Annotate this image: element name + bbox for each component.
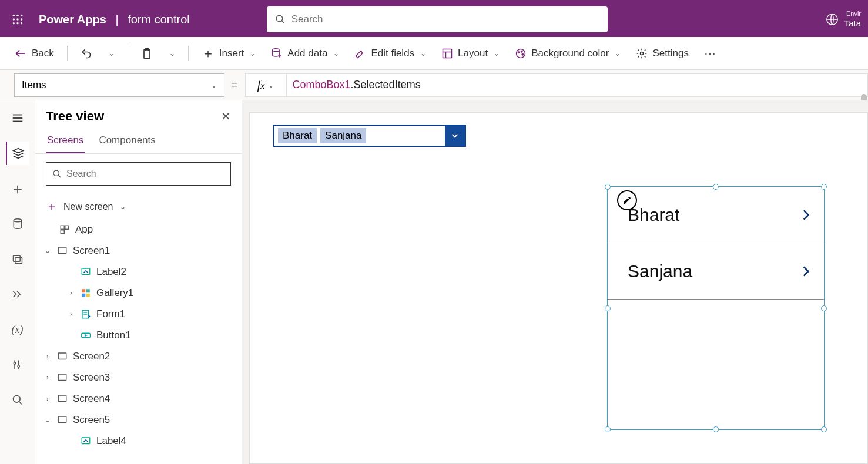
tree-item[interactable]: ›Screen4 (35, 388, 242, 409)
tree-title: Tree view (46, 109, 104, 124)
resize-handle[interactable] (821, 305, 827, 311)
combobox[interactable]: BharatSanjana (273, 125, 466, 147)
expand-icon[interactable]: › (43, 352, 52, 361)
hamburger-icon[interactable] (6, 106, 29, 130)
svg-point-0 (13, 15, 15, 16)
svg-rect-42 (65, 226, 69, 229)
data-rail-icon[interactable] (6, 212, 29, 236)
media-rail-icon[interactable] (6, 247, 29, 271)
expand-icon[interactable]: › (67, 289, 75, 297)
tab-components[interactable]: Components (98, 130, 156, 153)
svg-point-4 (16, 18, 18, 20)
canvas[interactable]: BharatSanjana BharatSanjana (249, 112, 868, 464)
app-header: Power Apps | form control Envir Tata (0, 2, 868, 37)
expand-icon[interactable]: › (43, 395, 52, 403)
tree-item-label: Screen4 (73, 393, 110, 405)
tree-item-label: Screen1 (73, 245, 110, 257)
new-screen-button[interactable]: ＋ New screen ⌄ (35, 194, 242, 219)
resize-handle[interactable] (713, 426, 719, 432)
expand-icon[interactable]: › (67, 310, 75, 318)
left-rail: ＋ (x) (0, 100, 35, 464)
combobox-dropdown-button[interactable] (445, 126, 465, 146)
resize-handle[interactable] (821, 184, 827, 190)
property-selector[interactable]: Items ⌄ (14, 73, 224, 97)
tree-list: App⌄Screen1Label2›Gallery1›Form1Button1›… (35, 219, 242, 464)
paste-button[interactable] (135, 44, 159, 63)
svg-point-15 (273, 48, 280, 51)
add-data-button[interactable]: Add data ⌄ (265, 44, 345, 63)
back-button[interactable]: Back (8, 43, 60, 63)
combo-chip[interactable]: Sanjana (320, 128, 366, 143)
search-icon (52, 169, 62, 179)
tree-item[interactable]: Label2 (35, 261, 242, 283)
insert-rail-icon[interactable]: ＋ (6, 177, 29, 200)
expand-icon[interactable]: › (43, 374, 52, 382)
flow-rail-icon[interactable] (6, 283, 29, 306)
search-rail-icon[interactable] (6, 388, 29, 412)
undo-button[interactable] (75, 44, 98, 63)
tools-rail-icon[interactable] (6, 353, 29, 376)
expand-icon[interactable]: ⌄ (43, 247, 52, 255)
expand-icon[interactable]: ⌄ (43, 416, 52, 424)
tab-screens[interactable]: Screens (46, 130, 85, 153)
gallery-item[interactable]: Bharat (608, 187, 824, 243)
svg-rect-32 (15, 258, 22, 264)
variables-rail-icon[interactable]: (x) (6, 318, 29, 341)
tree-item-label: Gallery1 (96, 287, 133, 299)
svg-point-8 (21, 22, 22, 24)
insert-button[interactable]: ＋ Insert ⌄ (196, 41, 262, 66)
settings-button[interactable]: Settings (630, 44, 694, 63)
environment-picker[interactable]: Envir Tata (844, 10, 861, 28)
svg-line-38 (19, 402, 22, 405)
tree-item[interactable]: Button1 (35, 325, 242, 346)
search-input[interactable] (291, 14, 599, 25)
more-button[interactable]: ⋯ (698, 43, 722, 64)
tree-view-icon[interactable] (6, 142, 29, 165)
formula-bar[interactable]: ComboBox1.SelectedItems (286, 73, 868, 97)
tree-item[interactable]: ›Screen3 (35, 367, 242, 388)
svg-rect-44 (58, 247, 66, 254)
layout-button[interactable]: Layout ⌄ (435, 44, 505, 63)
svg-point-23 (518, 52, 520, 53)
waffle-icon[interactable] (7, 9, 28, 30)
label-icon (80, 266, 92, 278)
svg-point-36 (18, 365, 19, 367)
resize-handle[interactable] (605, 426, 611, 432)
tree-item[interactable]: ›Screen2 (35, 346, 242, 367)
env-value: Tata (844, 18, 861, 29)
svg-point-9 (276, 15, 283, 22)
fx-button[interactable]: fx ⌄ (245, 73, 286, 97)
chevron-down-icon (450, 130, 460, 141)
resize-handle[interactable] (605, 305, 611, 311)
tree-item[interactable]: ›Form1 (35, 304, 242, 325)
tree-item[interactable]: ⌄Screen1 (35, 240, 242, 261)
tree-item[interactable]: ›Gallery1 (35, 283, 242, 304)
tree-search-input[interactable] (66, 169, 224, 179)
bg-color-button[interactable]: Background color ⌄ (509, 44, 626, 63)
tree-item[interactable]: ⌄Screen5 (35, 409, 242, 431)
svg-rect-49 (86, 294, 90, 297)
edit-fields-button[interactable]: Edit fields ⌄ (348, 44, 432, 63)
combo-chip[interactable]: Bharat (278, 128, 317, 143)
tree-item-label: Screen3 (73, 372, 110, 384)
undo-menu[interactable]: ⌄ (102, 46, 120, 61)
paste-menu[interactable]: ⌄ (162, 46, 181, 61)
svg-rect-45 (82, 268, 90, 275)
svg-rect-48 (82, 294, 85, 297)
tree-item-label: Label2 (96, 266, 126, 278)
gallery-item[interactable]: Sanjana (608, 243, 824, 300)
gallery-control[interactable]: BharatSanjana (607, 186, 825, 430)
brand-title: Power Apps | form control (39, 13, 190, 26)
resize-handle[interactable] (821, 426, 827, 432)
tree-search[interactable] (46, 162, 231, 186)
resize-handle[interactable] (713, 184, 719, 190)
svg-rect-47 (86, 289, 90, 292)
tree-item[interactable]: App (35, 219, 242, 240)
global-search[interactable] (267, 6, 608, 32)
close-icon[interactable]: ✕ (221, 109, 231, 123)
tree-item[interactable]: Label4 (35, 431, 242, 452)
edit-badge[interactable] (617, 190, 637, 210)
plus-icon: ＋ (46, 199, 58, 214)
svg-rect-19 (443, 49, 452, 58)
resize-handle[interactable] (605, 184, 611, 190)
